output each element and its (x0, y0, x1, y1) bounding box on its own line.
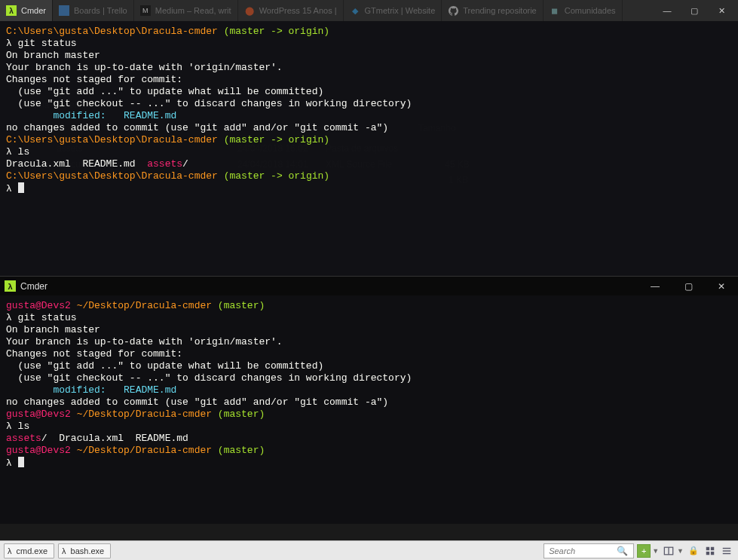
cmder-titlebar[interactable]: λ Cmder — ▢ ✕ (0, 276, 738, 295)
lambda-icon: λ (5, 280, 16, 292)
browser-tab-gtmetrix: ◆ GTmetrix | Website (344, 0, 442, 21)
maximize-button[interactable]: ▢ (672, 277, 705, 296)
svg-rect-4 (706, 551, 709, 554)
lambda-icon: λ (8, 546, 12, 555)
terminal-output[interactable]: gusta@Devs2 ~/Desktop/Dracula-cmder (mas… (0, 295, 738, 524)
grid-icon[interactable] (703, 544, 717, 558)
console-tab-label: bash.exe (71, 546, 105, 555)
browser-tab-wordpress: ⬤ WordPress 15 Anos | (238, 0, 344, 21)
minimize-icon: — (658, 6, 676, 15)
browser-tab-comunidades: ◼ Comunidades (544, 0, 623, 21)
trello-icon (59, 5, 69, 16)
lambda-icon: λ (62, 546, 66, 555)
chevron-down-icon[interactable]: ▼ (677, 547, 684, 555)
browser-tab-github: Trending repositorie (442, 0, 543, 21)
chevron-down-icon[interactable]: ▼ (652, 547, 659, 555)
generic-icon: ◼ (550, 5, 560, 16)
browser-tab-trello: Boards | Trello (53, 0, 134, 21)
maximize-icon: ▢ (685, 6, 703, 16)
browser-tab-label: GTmetrix | Website (365, 6, 436, 15)
search-icon[interactable]: 🔍 (617, 546, 628, 556)
close-icon: ✕ (712, 6, 730, 16)
console-tab-bash[interactable]: λ bash.exe (58, 543, 111, 558)
background-window-controls: — ▢ ✕ (658, 6, 738, 16)
browser-tab-label: Comunidades (565, 6, 616, 15)
terminal-window-cmd[interactable]: Dracula-cmder Tamanho assets 24/04/2018 … (0, 21, 738, 276)
split-button[interactable] (662, 544, 675, 558)
background-browser-tabs: λ Cmder Boards | Trello M Medium – Read,… (0, 0, 738, 21)
wordpress-icon: ⬤ (244, 5, 255, 16)
github-icon (448, 5, 458, 16)
console-tab-cmd[interactable]: λ cmd.exe (4, 543, 54, 558)
lock-icon[interactable]: 🔒 (687, 544, 700, 558)
close-button[interactable]: ✕ (705, 277, 738, 296)
console-tab-label: cmd.exe (17, 546, 48, 555)
menu-icon[interactable] (720, 544, 733, 558)
new-console-button[interactable]: + (637, 544, 651, 558)
browser-tab-label: WordPress 15 Anos | (259, 6, 337, 15)
gtmetrix-icon: ◆ (350, 5, 360, 16)
browser-tab-label: Trending repositorie (463, 6, 536, 15)
browser-tab-label: Cmder (21, 6, 46, 15)
search-box[interactable]: 🔍 (544, 543, 634, 558)
browser-tab-label: Boards | Trello (74, 6, 127, 15)
lambda-icon: λ (6, 5, 17, 16)
cmder-statusbar[interactable]: λ cmd.exe λ bash.exe 🔍 + ▼ ▼ 🔒 (0, 540, 738, 560)
window-title: Cmder (20, 281, 47, 292)
browser-tab-cmder: λ Cmder (0, 0, 53, 21)
terminal-window-bash[interactable]: gusta@Devs2 ~/Desktop/Dracula-cmder (mas… (0, 295, 738, 524)
browser-tab-medium: M Medium – Read, writ (134, 0, 238, 21)
minimize-button[interactable]: — (638, 277, 672, 296)
search-input[interactable] (547, 546, 617, 556)
svg-rect-5 (711, 551, 714, 554)
svg-rect-3 (711, 546, 714, 549)
medium-icon: M (140, 5, 151, 16)
browser-tab-label: Medium – Read, writ (155, 6, 231, 15)
svg-rect-2 (706, 546, 709, 549)
terminal-output[interactable]: C:\Users\gusta\Desktop\Dracula-cmder (ma… (0, 21, 738, 276)
